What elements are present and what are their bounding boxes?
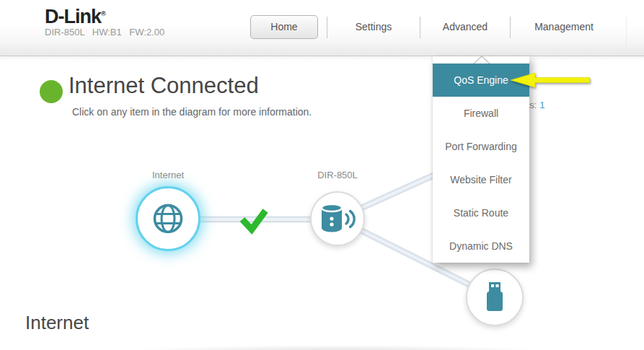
- menu-item-firewall[interactable]: Firewall: [433, 97, 529, 130]
- nav-divider: [626, 17, 627, 48]
- menu-item-dynamic-dns[interactable]: Dynamic DNS: [433, 229, 529, 263]
- menu-item-static-route[interactable]: Static Route: [433, 196, 529, 229]
- nav-tab-settings[interactable]: Settings: [334, 21, 413, 32]
- nav-tab-advanced[interactable]: Advanced: [425, 21, 505, 32]
- router-home-page: D-Link® DIR-850L HW:B1 FW:2.00 Home Sett…: [0, 0, 644, 350]
- dlink-logo: D-Link®: [45, 6, 106, 28]
- nav-divider: [327, 17, 327, 38]
- menu-item-website-filter[interactable]: Website Filter: [433, 163, 529, 196]
- device-info: DIR-850L HW:B1 FW:2.00: [45, 27, 164, 38]
- menu-item-port-forwarding[interactable]: Port Forwarding: [433, 130, 529, 163]
- nav-divider: [420, 17, 420, 38]
- nav-divider: [510, 17, 511, 38]
- annotation-arrow: [505, 68, 595, 92]
- logo-text: D-Link: [45, 6, 101, 27]
- nav-tab-home[interactable]: Home: [250, 15, 318, 39]
- nav-tab-management[interactable]: Management: [524, 21, 604, 32]
- header: D-Link® DIR-850L HW:B1 FW:2.00 Home Sett…: [0, 0, 644, 56]
- registered-mark: ®: [101, 10, 106, 17]
- dropdown-caret-fill: [475, 57, 489, 64]
